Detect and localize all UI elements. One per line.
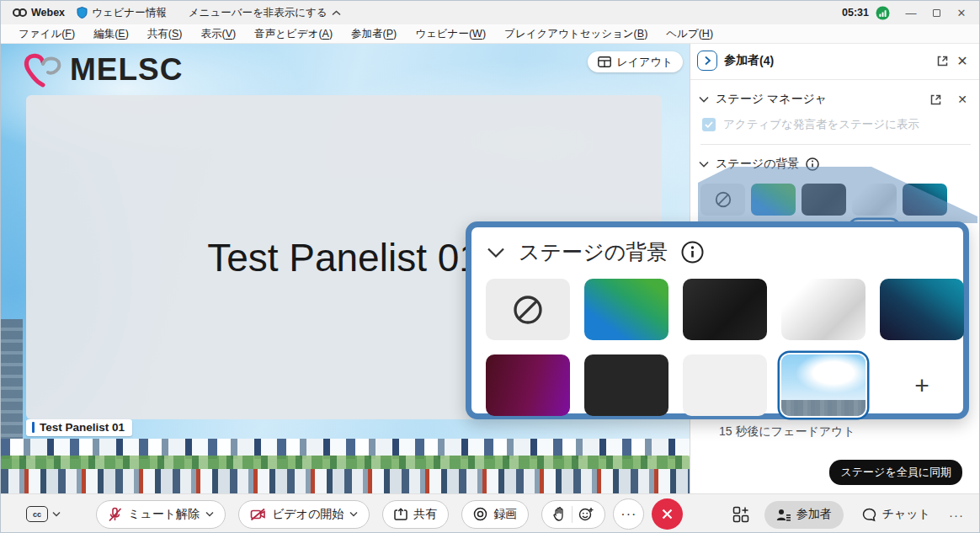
connection-status-icon [876, 6, 890, 20]
swatch-blue-green-gradient[interactable] [584, 279, 668, 340]
sync-stage-button[interactable]: ステージを全員に同期 [829, 460, 962, 485]
chevron-right-icon [704, 56, 711, 66]
share-button[interactable]: 共有 [382, 500, 449, 529]
menu-audio-video[interactable]: 音声とビデオ(A) [245, 25, 342, 43]
swatch-light-gray[interactable] [683, 354, 767, 416]
closed-captions-button[interactable]: cc [26, 506, 61, 522]
participants-toggle-button[interactable]: 参加者 [764, 501, 844, 529]
active-speaker-bar [32, 422, 35, 433]
melsc-heart-icon [23, 52, 63, 88]
layout-button[interactable]: レイアウト [588, 51, 683, 72]
add-icon: + [914, 373, 929, 398]
unmute-label: ミュート解除 [128, 507, 200, 522]
close-participants-button[interactable]: ✕ [952, 51, 972, 71]
reactions-divider [572, 506, 573, 523]
close-button[interactable]: ✕ [949, 2, 974, 24]
leave-x-icon [661, 508, 674, 520]
menu-share[interactable]: 共有(S) [138, 25, 192, 43]
mic-muted-icon [108, 507, 122, 522]
swatch-add-background[interactable]: + [880, 354, 964, 416]
menu-breakout[interactable]: ブレイクアウトセッション(B) [495, 25, 657, 43]
fade-out-label: 15 秒後にフェードアウト [719, 424, 855, 440]
title-bar: Webex ウェビナー情報 メニューバーを非表示にする 05:31 — ✕ [1, 1, 980, 24]
menu-file[interactable]: ファイル(F) [9, 25, 84, 43]
start-video-button[interactable]: ビデオの開始 [238, 500, 370, 529]
apps-icon[interactable] [732, 506, 749, 523]
participants-icon [776, 509, 791, 521]
popout-icon [930, 94, 941, 105]
swatch-city-photo[interactable] [781, 354, 865, 416]
popout-participants-button[interactable] [932, 51, 952, 71]
swatch-charcoal[interactable] [584, 354, 668, 416]
webex-window: Webex ウェビナー情報 メニューバーを非表示にする 05:31 — ✕ ファ… [0, 0, 980, 533]
popup-title: ステージの背景 [519, 238, 668, 266]
chevron-down-icon [52, 511, 61, 517]
chat-button[interactable]: チャット [859, 507, 934, 522]
record-button[interactable]: 録画 [461, 500, 529, 529]
close-stage-manager-button[interactable]: ✕ [952, 89, 972, 109]
participants-count: (4) [759, 54, 774, 67]
no-background-icon [511, 293, 545, 327]
swatch-silver-white[interactable] [781, 279, 865, 340]
layout-button-label: レイアウト [616, 55, 673, 70]
unmute-button[interactable]: ミュート解除 [96, 500, 226, 529]
maximize-icon [933, 9, 940, 17]
more-panels-button[interactable]: ··· [949, 508, 964, 522]
active-speaker-label: アクティブな発言者をステージに表示 [723, 117, 919, 132]
swatch-black-wave[interactable] [683, 279, 767, 340]
menu-participants[interactable]: 参加者(P) [342, 25, 406, 43]
panel-divider [690, 79, 980, 80]
chevron-down-icon [699, 161, 709, 168]
menu-help[interactable]: ヘルプ(H) [657, 25, 722, 43]
active-speaker-checkbox[interactable] [702, 118, 716, 131]
webex-logo: Webex [13, 7, 65, 19]
chevron-down-icon [349, 511, 358, 517]
swatch-navy-teal-gradient[interactable] [880, 279, 964, 340]
city-town [1, 469, 690, 493]
stage-manager-title: ステージ マネージャ [716, 92, 827, 107]
active-speaker-option[interactable]: アクティブな発言者をステージに表示 [690, 112, 980, 141]
hide-menubar-button[interactable]: メニューバーを非表示にする [189, 6, 341, 20]
minimize-button[interactable]: — [898, 2, 924, 24]
info-icon[interactable] [681, 241, 704, 264]
panelist-name-text: Test Panelist 01 [207, 235, 481, 280]
participants-title: 参加者 [724, 53, 759, 68]
collapse-panel-button[interactable] [697, 51, 717, 71]
record-label: 録画 [493, 507, 517, 522]
control-toolbar: cc ミュート解除 ビデオの開始 [1, 493, 980, 533]
webex-infinity-icon [13, 8, 27, 18]
panel-divider-inset [700, 144, 971, 145]
watercolor-building [1, 319, 23, 441]
menu-webinar[interactable]: ウェビナー(W) [406, 25, 495, 43]
maximize-button[interactable] [924, 2, 949, 24]
chevron-up-icon [332, 10, 341, 16]
leave-meeting-button[interactable] [652, 498, 683, 530]
meeting-time: 05:31 [842, 7, 869, 19]
more-options-button[interactable]: ··· [613, 498, 644, 530]
menu-edit[interactable]: 編集(E) [84, 25, 138, 43]
record-icon [473, 507, 487, 521]
share-screen-icon [394, 508, 407, 521]
chevron-down-icon[interactable] [487, 247, 505, 259]
reactions-smiley-icon[interactable] [578, 507, 594, 521]
webinar-info-label: ウェビナー情報 [92, 6, 167, 20]
shield-icon [77, 7, 88, 19]
menu-view[interactable]: 表示(V) [192, 25, 246, 43]
melsc-brand-text: MELSC [70, 52, 184, 88]
panelist-name-tag: Test Panelist 01 [26, 419, 132, 436]
stage-manager-header[interactable]: ステージ マネージャ ✕ [690, 87, 980, 112]
check-icon [705, 121, 713, 128]
webinar-info-button[interactable]: ウェビナー情報 [77, 6, 167, 20]
chevron-down-icon [699, 96, 709, 103]
camera-off-icon [250, 508, 266, 521]
popup-header: ステージの背景 [471, 227, 963, 266]
swatch-maroon-purple-gradient[interactable] [486, 354, 570, 416]
raise-hand-icon[interactable] [553, 507, 566, 521]
popout-stage-manager-button[interactable] [925, 89, 945, 109]
name-tag-label: Test Panelist 01 [40, 421, 125, 434]
participants-toggle-label: 参加者 [796, 507, 832, 522]
brand-label: Webex [31, 7, 65, 19]
popout-icon [937, 56, 948, 67]
swatch-none[interactable] [486, 279, 570, 340]
toolbar-right-group: 参加者 チャット ··· [732, 494, 964, 533]
